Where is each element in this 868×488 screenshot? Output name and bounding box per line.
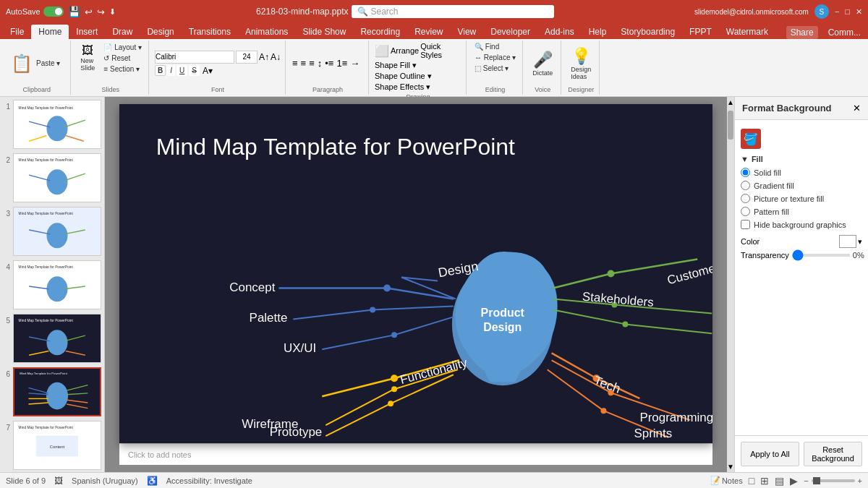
slide-thumb-2[interactable]: 2 Mind Map Template for PowerPoint (3, 153, 101, 202)
scroll-bar[interactable]: ▲ ▼ (727, 97, 734, 472)
transparency-slider[interactable] (792, 254, 850, 257)
slide-thumb-5[interactable]: 5 Mind Map Template for PowerPoint (3, 314, 101, 363)
section-button[interactable]: ≡ Section ▾ (101, 64, 144, 74)
font-decrease[interactable]: A↓ (271, 52, 281, 62)
slide-canvas[interactable]: Mind Map Template for PowerPoint Product… (119, 104, 712, 443)
scroll-down-arrow[interactable]: ▼ (727, 463, 734, 471)
tab-insert[interactable]: Insert (69, 25, 105, 39)
layout-button[interactable]: 📄 Layout ▾ (101, 43, 144, 52)
canvas-area[interactable]: Mind Map Template for PowerPoint Product… (105, 97, 727, 472)
picture-fill-option[interactable]: Picture or texture fill (741, 194, 862, 203)
strikethrough-button[interactable]: S (189, 65, 200, 76)
dictate-button[interactable]: 🎤 Dictate (529, 48, 556, 79)
tab-transitions[interactable]: Transitions (182, 25, 238, 39)
view-reading-button[interactable]: ▤ (775, 475, 784, 487)
tab-home[interactable]: Home (31, 25, 69, 39)
apply-to-all-button[interactable]: Apply to All (741, 442, 799, 466)
tab-recording[interactable]: Recording (353, 25, 407, 39)
tab-animations[interactable]: Animations (238, 25, 295, 39)
align-left-icon[interactable]: ≡ (292, 57, 299, 69)
notes-button[interactable]: 📝 Notes (710, 476, 743, 485)
italic-button[interactable]: I (167, 65, 175, 76)
view-slideshow-button[interactable]: ▶ (790, 475, 798, 487)
save-icon[interactable]: 💾 (68, 6, 80, 17)
reset-button[interactable]: ↺ Reset (101, 53, 144, 63)
tab-fppt[interactable]: FPPT (682, 25, 719, 39)
select-button[interactable]: ⬚ Select ▾ (472, 64, 511, 73)
tab-design[interactable]: Design (140, 25, 181, 39)
pattern-fill-option[interactable]: Pattern fill (741, 207, 862, 216)
share-button[interactable]: Share (786, 26, 818, 39)
slide-thumb-7[interactable]: 7 Mind Map Template for PowerPoint Conte… (3, 421, 101, 470)
bold-button[interactable]: B (155, 65, 166, 76)
gradient-fill-radio[interactable] (741, 181, 750, 190)
notes-bar[interactable]: Click to add notes (119, 443, 712, 465)
window-restore[interactable]: □ (845, 7, 850, 16)
undo-icon[interactable]: ↩ (85, 7, 93, 17)
tab-view[interactable]: View (450, 25, 483, 39)
slide-thumb-3[interactable]: 3 Mind Map Template for PowerPoint (3, 207, 101, 256)
zoom-out-icon[interactable]: − (804, 476, 808, 485)
close-panel-icon[interactable]: ✕ (853, 103, 861, 114)
tab-review[interactable]: Review (407, 25, 450, 39)
format-icon-button[interactable]: 🪣 (741, 129, 761, 149)
font-size-input[interactable] (236, 51, 258, 64)
new-slide-button[interactable]: 🖼 NewSlide (77, 42, 98, 74)
find-button[interactable]: 🔍 Find (472, 42, 501, 51)
align-center-icon[interactable]: ≡ (300, 57, 307, 69)
slide-thumb-6[interactable]: 6 Mind Map Template for PowerPoint (3, 367, 101, 416)
tab-watermark[interactable]: Watermark (719, 25, 775, 39)
replace-button[interactable]: ↔ Replace ▾ (472, 53, 518, 62)
tab-slideshow[interactable]: Slide Show (295, 25, 353, 39)
font-family-input[interactable] (155, 51, 234, 64)
numbering-icon[interactable]: 1≡ (336, 57, 348, 69)
design-ideas-button[interactable]: 💡 DesignIdeas (567, 45, 595, 82)
pattern-fill-radio[interactable] (741, 207, 750, 216)
paste-button[interactable]: 📋 Paste ▾ (7, 53, 66, 74)
scroll-up-arrow[interactable]: ▲ (727, 98, 734, 106)
tab-draw[interactable]: Draw (105, 25, 140, 39)
color-dropdown[interactable]: ▾ (858, 237, 862, 247)
bullets-icon[interactable]: •≡ (324, 57, 334, 69)
quick-access-icon[interactable]: ⬇ (109, 7, 116, 17)
paste-split[interactable]: Paste ▾ (34, 59, 62, 68)
tab-storyboarding[interactable]: Storyboarding (613, 25, 682, 39)
tab-help[interactable]: Help (582, 25, 614, 39)
font-color-button[interactable]: A▾ (201, 65, 214, 77)
search-box[interactable]: 🔍 Search (352, 5, 554, 18)
slide-panel[interactable]: 1 Mind Map Template for PowerPoint (0, 97, 105, 472)
zoom-controls[interactable]: − + (804, 476, 862, 485)
window-close[interactable]: ✕ (856, 7, 862, 17)
slide-thumb-4[interactable]: 4 Mind Map Template for PowerPoint (3, 260, 101, 309)
slide-thumb-1[interactable]: 1 Mind Map Template for PowerPoint (3, 100, 101, 149)
font-increase[interactable]: A↑ (259, 52, 269, 62)
tab-file[interactable]: File (3, 25, 31, 39)
underline-button[interactable]: U (176, 65, 187, 76)
quick-styles-button[interactable]: QuickStyles (420, 42, 442, 59)
zoom-slider[interactable] (812, 479, 855, 482)
shape-effects-button[interactable]: Shape Effects ▾ (375, 82, 430, 92)
view-slide-sorter-button[interactable]: ⊞ (760, 475, 769, 487)
comment-button[interactable]: Comm... (824, 26, 865, 39)
hide-bg-option[interactable]: Hide background graphics (741, 220, 862, 229)
align-right-icon[interactable]: ≡ (308, 57, 315, 69)
arrange-button[interactable]: Arrange (391, 46, 419, 55)
color-swatch[interactable] (839, 235, 856, 248)
autosave-toggle[interactable] (43, 7, 64, 17)
hide-bg-checkbox[interactable] (741, 220, 750, 229)
indent-icon[interactable]: → (349, 57, 360, 69)
solid-fill-option[interactable]: Solid fill (741, 168, 862, 177)
shape-fill-button[interactable]: Shape Fill ▾ (375, 61, 417, 70)
zoom-in-icon[interactable]: + (858, 476, 862, 485)
window-minimize[interactable]: − (835, 7, 839, 16)
shapes-icon[interactable]: ⬜ (375, 44, 389, 58)
tab-developer[interactable]: Developer (483, 25, 537, 39)
redo-icon[interactable]: ↪ (97, 7, 105, 17)
section-collapse-arrow[interactable]: ▼ (741, 155, 749, 163)
shape-outline-button[interactable]: Shape Outline ▾ (375, 72, 432, 81)
view-normal-button[interactable]: □ (749, 475, 754, 487)
scroll-thumb[interactable] (728, 111, 733, 140)
reset-background-button[interactable]: Reset Background (804, 442, 862, 466)
gradient-fill-option[interactable]: Gradient fill (741, 181, 862, 190)
solid-fill-radio[interactable] (741, 168, 750, 177)
